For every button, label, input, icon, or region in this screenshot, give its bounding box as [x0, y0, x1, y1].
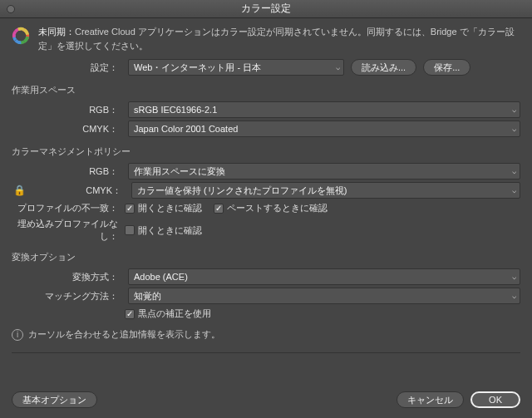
- chevron-down-icon: ⌵: [512, 292, 516, 300]
- ok-button[interactable]: OK: [470, 391, 520, 408]
- cancel-button[interactable]: キャンセル: [397, 391, 464, 408]
- title-bar: カラー設定: [0, 0, 532, 18]
- engine-select[interactable]: Adobe (ACE) ⌵: [128, 268, 520, 285]
- chevron-down-icon: ⌵: [336, 63, 340, 71]
- chevron-down-icon: ⌵: [512, 273, 516, 281]
- workspace-cmyk-select[interactable]: Japan Color 2001 Coated ⌵: [128, 120, 520, 137]
- section-convert-title: 変換オプション: [12, 251, 520, 263]
- workspace-rgb-select[interactable]: sRGB IEC61966-2.1 ⌵: [128, 101, 520, 118]
- mismatch-open-label: 開くときに確認: [138, 202, 202, 214]
- workspace-cmyk-label: CMYK：: [12, 123, 121, 135]
- settings-preset-select[interactable]: Web・インターネット用 - 日本 ⌵: [128, 59, 344, 76]
- section-workspace-title: 作業用スペース: [12, 84, 520, 96]
- intent-label: マッチング方法：: [12, 290, 121, 302]
- section-policy-title: カラーマネジメントポリシー: [12, 145, 520, 158]
- basic-options-button[interactable]: 基本オプション: [12, 391, 97, 408]
- engine-label: 変換方式：: [12, 271, 121, 283]
- window-close-dot[interactable]: [7, 5, 15, 13]
- chevron-down-icon: ⌵: [512, 186, 516, 194]
- policy-cmyk-label: CMYK：: [33, 184, 125, 197]
- lock-icon: 🔒: [13, 184, 26, 196]
- info-hint-text: カーソルを合わせると追加情報を表示します。: [28, 328, 220, 341]
- sync-warning-text: 未同期：Creative Cloud アプリケーションはカラー設定が同期されてい…: [38, 25, 520, 52]
- workspace-rgb-label: RGB：: [12, 104, 121, 116]
- profile-mismatch-label: プロファイルの不一致：: [12, 202, 121, 214]
- missing-open-label: 開くときに確認: [138, 224, 202, 237]
- mismatch-paste-checkbox[interactable]: [214, 204, 224, 214]
- blackpoint-label: 黒点の補正を使用: [138, 307, 211, 320]
- intent-select[interactable]: 知覚的 ⌵: [128, 288, 520, 304]
- policy-cmyk-select[interactable]: カラー値を保持 (リンクされたプロファイルを無視) ⌵: [131, 182, 520, 199]
- settings-label: 設定：: [12, 61, 121, 74]
- mismatch-open-checkbox[interactable]: [125, 204, 135, 214]
- save-button[interactable]: 保存...: [423, 59, 470, 76]
- blackpoint-checkbox[interactable]: [125, 309, 135, 319]
- policy-rgb-select[interactable]: 作業用スペースに変換 ⌵: [128, 163, 520, 179]
- chevron-down-icon: ⌵: [512, 106, 516, 114]
- missing-open-checkbox[interactable]: [125, 225, 135, 235]
- mismatch-paste-label: ペーストするときに確認: [227, 202, 328, 214]
- sync-warning-label: 未同期：: [38, 27, 75, 37]
- chevron-down-icon: ⌵: [512, 167, 516, 175]
- missing-profile-label: 埋め込みプロファイルなし：: [12, 218, 121, 243]
- policy-rgb-label: RGB：: [12, 165, 121, 178]
- dialog-title: カラー設定: [241, 2, 291, 16]
- info-icon: i: [12, 329, 23, 341]
- creative-cloud-icon: [12, 27, 30, 45]
- load-button[interactable]: 読み込み...: [351, 59, 416, 76]
- chevron-down-icon: ⌵: [512, 125, 516, 133]
